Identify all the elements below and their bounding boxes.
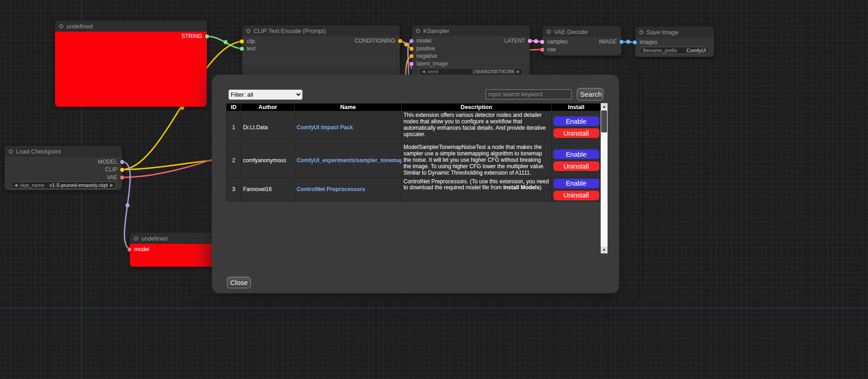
node-load-checkpoint[interactable]: Load Checkpoint MODEL CLIP VAE ◀ ckpt_na… xyxy=(5,146,122,190)
cell-author: Dr.Lt.Data xyxy=(241,111,295,143)
widget-value: ComfyUI xyxy=(686,48,706,53)
extension-link[interactable]: ComfyUI_experiments/sampler_tonemap xyxy=(297,157,402,164)
input-slot-positive[interactable]: positive xyxy=(409,45,435,52)
output-slot-image[interactable]: IMAGE xyxy=(599,38,624,45)
close-button[interactable]: Close xyxy=(227,277,251,288)
node-save-image[interactable]: Save Image images filename_prefix ComfyU… xyxy=(635,27,714,57)
input-label: positive xyxy=(416,45,435,52)
collapse-dot-icon[interactable] xyxy=(9,149,13,154)
node-header[interactable]: Load Checkpoint xyxy=(5,146,122,157)
extension-link[interactable]: ControlNet Preprocessors xyxy=(297,186,365,192)
clip-port-icon[interactable] xyxy=(120,168,124,172)
image-port-icon[interactable] xyxy=(619,40,624,44)
header-description: Description xyxy=(402,104,552,111)
cell-description: This extension offers various detector n… xyxy=(402,111,552,143)
scroll-up-icon[interactable]: ▲ xyxy=(601,103,608,110)
table-header-row: ID Author Name Description Install xyxy=(227,104,601,111)
collapse-dot-icon[interactable] xyxy=(416,29,420,33)
decrement-arrow-icon[interactable]: ◀ xyxy=(422,70,425,74)
collapse-dot-icon[interactable] xyxy=(547,30,551,34)
widget-value: v1-5-pruned-emaonly.ckpt xyxy=(50,182,108,188)
ckpt-name-widget[interactable]: ◀ ckpt_name v1-5-pruned-emaonly.ckpt ▶ xyxy=(11,181,116,189)
scroll-down-icon[interactable]: ▼ xyxy=(601,247,608,253)
input-slot-samples[interactable]: samples xyxy=(540,38,568,45)
enable-button[interactable]: Enable xyxy=(553,116,599,126)
table-scrollbar[interactable]: ▲ ▼ xyxy=(601,103,608,253)
output-label: MODEL xyxy=(98,159,117,165)
node-title: Load Checkpoint xyxy=(16,148,61,155)
output-slot-latent[interactable]: LATENT xyxy=(504,38,532,44)
model-port-icon[interactable] xyxy=(120,160,124,164)
node-header[interactable]: CLIP Text Encode (Prompt) xyxy=(242,25,400,36)
latent-port-icon[interactable] xyxy=(528,39,532,43)
string-port-icon[interactable] xyxy=(240,47,244,51)
input-slot-model[interactable]: model xyxy=(127,246,149,253)
node-error-body xyxy=(55,32,207,107)
image-port-icon[interactable] xyxy=(633,40,637,44)
node-title: CLIP Text Encode (Prompt) xyxy=(254,27,326,34)
input-slot-model[interactable]: model xyxy=(409,38,431,44)
node-vae-decode[interactable]: VAE Decode samples vae IMAGE xyxy=(542,26,621,55)
input-slot-text[interactable]: text xyxy=(240,45,255,52)
model-port-icon[interactable] xyxy=(127,247,132,252)
widget-label: filename_prefix xyxy=(643,48,677,53)
input-slot-images[interactable]: images xyxy=(633,39,658,45)
table-row: 3 Fannovel16 ControlNet Preprocessors Co… xyxy=(227,177,601,201)
node-undefined-bottom[interactable]: undefined model xyxy=(130,233,215,267)
node-header[interactable]: undefined xyxy=(55,21,207,32)
decrement-arrow-icon[interactable]: ◀ xyxy=(14,183,17,187)
output-slot-model[interactable]: MODEL xyxy=(98,159,124,165)
node-header[interactable]: undefined xyxy=(130,233,215,244)
collapse-dot-icon[interactable] xyxy=(59,24,63,28)
conditioning-port-icon[interactable] xyxy=(398,39,402,43)
search-input[interactable] xyxy=(486,89,572,99)
output-label: CLIP xyxy=(105,166,117,173)
output-slot-string[interactable]: STRING xyxy=(182,33,209,39)
enable-button[interactable]: Enable xyxy=(553,149,599,159)
input-label: vae xyxy=(547,46,556,53)
node-header[interactable]: Save Image xyxy=(635,27,714,38)
cell-author: comfyanonymous xyxy=(241,143,295,178)
cell-id: 3 xyxy=(227,177,241,201)
collapse-dot-icon[interactable] xyxy=(639,30,643,34)
header-name: Name xyxy=(295,104,402,111)
cell-id: 2 xyxy=(227,143,241,178)
cell-install: Enable Uninstall xyxy=(552,111,601,143)
vae-port-icon[interactable] xyxy=(120,176,124,180)
enable-button[interactable]: Enable xyxy=(553,179,599,188)
conditioning-port-icon[interactable] xyxy=(409,47,414,51)
output-slot-vae[interactable]: VAE xyxy=(107,174,124,181)
cell-name: ComfyUI Impact Pack xyxy=(295,111,402,143)
input-slot-clip[interactable]: clip xyxy=(240,38,255,44)
vae-port-icon[interactable] xyxy=(540,48,544,52)
search-button[interactable]: Search xyxy=(577,88,603,100)
model-port-icon[interactable] xyxy=(409,39,414,43)
node-header[interactable]: VAE Decode xyxy=(542,26,621,37)
extension-link[interactable]: ComfyUI Impact Pack xyxy=(297,124,353,131)
clip-port-icon[interactable] xyxy=(240,39,244,44)
increment-arrow-icon[interactable]: ▶ xyxy=(517,70,520,74)
input-slot-latent-image[interactable]: latent_image xyxy=(409,60,448,67)
node-header[interactable]: KSampler xyxy=(412,25,530,36)
output-slot-clip[interactable]: CLIP xyxy=(105,166,124,173)
scrollbar-thumb[interactable] xyxy=(601,110,607,132)
conditioning-port-icon[interactable] xyxy=(409,54,414,58)
widget-value: 156680208700286 xyxy=(472,69,514,74)
increment-arrow-icon[interactable]: ▶ xyxy=(110,183,113,187)
canvas-axis-horizontal xyxy=(0,308,868,308)
input-slot-vae[interactable]: vae xyxy=(540,46,556,53)
output-slot-conditioning[interactable]: CONDITIONING xyxy=(354,38,402,44)
collapse-dot-icon[interactable] xyxy=(246,29,250,33)
latent-port-icon[interactable] xyxy=(540,40,544,44)
uninstall-button[interactable]: Uninstall xyxy=(553,128,599,138)
uninstall-button[interactable]: Uninstall xyxy=(553,191,599,200)
latent-port-icon[interactable] xyxy=(409,62,414,66)
collapse-dot-icon[interactable] xyxy=(134,236,138,241)
filename-prefix-widget[interactable]: filename_prefix ComfyUI xyxy=(640,47,709,54)
filter-select[interactable]: Filter: all xyxy=(228,89,303,100)
uninstall-button[interactable]: Uninstall xyxy=(553,161,599,171)
input-slot-negative[interactable]: negative xyxy=(409,53,437,59)
string-port-icon[interactable] xyxy=(205,34,209,38)
node-undefined-top[interactable]: undefined STRING xyxy=(55,21,207,107)
seed-widget[interactable]: ◀ seed 156680208700286 ▶ xyxy=(419,68,523,75)
